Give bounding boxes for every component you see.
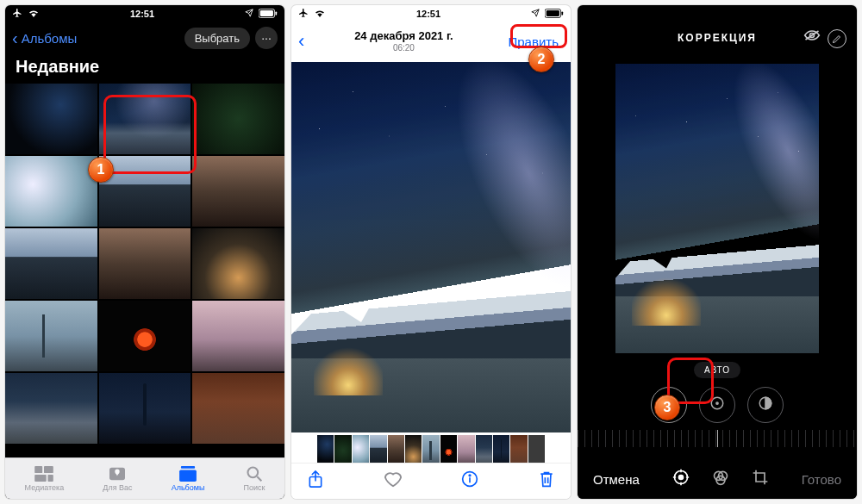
tab-albums[interactable]: Альбомы (172, 466, 205, 492)
photo-edit-screen: ✈︎ . . КОРРЕКЦИЯ АВТО (578, 5, 857, 499)
photo-grid (5, 84, 284, 444)
photo-thumbnail[interactable] (99, 373, 191, 444)
photo-thumbnail[interactable] (5, 373, 97, 444)
photo-date-title: 24 декабря 2021 г. 06:20 (354, 30, 453, 53)
filmstrip-thumb[interactable] (528, 435, 545, 466)
tab-search[interactable]: Поиск (244, 466, 265, 492)
done-button[interactable]: Готово (802, 472, 841, 487)
filmstrip-thumb[interactable] (422, 435, 439, 466)
edit-button[interactable]: Править (503, 31, 565, 53)
svg-rect-13 (547, 10, 559, 16)
wifi-icon (314, 9, 326, 19)
brilliance-icon (758, 395, 773, 415)
adjustment-slider[interactable] (578, 430, 857, 447)
photo-detail-screen: 12:51 ‹ 24 декабря 2021 г. 06:20 Править (291, 5, 571, 499)
filmstrip-thumb[interactable] (370, 435, 386, 466)
airplane-mode-icon (298, 8, 309, 20)
auto-enhance-button[interactable] (651, 387, 687, 423)
filmstrip-thumb[interactable] (405, 435, 422, 466)
filmstrip-thumb[interactable] (353, 435, 369, 466)
mode-crop[interactable] (752, 469, 769, 490)
status-time: 12:51 (130, 9, 154, 19)
photo-thumbnail[interactable] (99, 301, 191, 371)
photo-preview[interactable] (291, 62, 571, 432)
ellipsis-icon: ··· (261, 31, 272, 45)
photo-time: 06:20 (354, 43, 453, 53)
svg-line-11 (257, 476, 261, 481)
photo-thumbnail[interactable] (5, 228, 97, 299)
visibility-toggle[interactable] (803, 29, 821, 45)
adjustment-controls (578, 387, 857, 423)
photo-thumbnail[interactable] (99, 84, 191, 154)
exposure-icon (709, 395, 725, 415)
select-button[interactable]: Выбрать (184, 28, 250, 49)
album-title: Недавние (5, 53, 284, 84)
tab-label: Медиатека (25, 483, 65, 492)
filmstrip-thumb[interactable] (476, 435, 492, 466)
photo-thumbnail[interactable] (192, 228, 284, 299)
filmstrip-thumb[interactable] (493, 435, 509, 466)
filmstrip-thumb[interactable] (440, 435, 457, 466)
location-icon (245, 9, 253, 19)
tab-bar: Медиатека Для Вас Альбомы Поиск (5, 457, 284, 499)
back-label: Альбомы (22, 31, 78, 46)
svg-rect-4 (44, 466, 53, 473)
edit-bottom-bar: Отмена Готово (578, 459, 857, 499)
favorite-button[interactable] (384, 470, 403, 492)
albums-icon (178, 466, 197, 482)
chevron-left-icon: ‹ (12, 28, 18, 48)
filmstrip-thumb[interactable] (334, 435, 351, 466)
photo-thumbnail[interactable] (192, 301, 284, 371)
album-grid-screen: 12:51 ‹ Альбомы Выбрать ··· Недавние (5, 5, 284, 499)
share-button[interactable] (307, 470, 324, 493)
status-bar: 12:51 (291, 5, 571, 22)
brilliance-button[interactable] (747, 387, 784, 423)
mode-filters[interactable] (712, 469, 729, 490)
photo-toolbar (291, 463, 571, 499)
filmstrip-thumb[interactable] (458, 435, 474, 466)
tab-library[interactable]: Медиатека (25, 466, 65, 492)
battery-icon (259, 9, 278, 20)
edit-mode-title: КОРРЕКЦИЯ (678, 32, 757, 44)
photo-thumbnail[interactable] (99, 228, 191, 299)
photo-thumbnail[interactable] (192, 373, 284, 444)
filmstrip-thumb[interactable] (388, 435, 404, 466)
photo-thumbnail[interactable] (5, 301, 97, 371)
status-bar: ✈︎ . . (578, 5, 857, 22)
photo-thumbnail[interactable] (5, 156, 97, 227)
photo-navbar: ‹ 24 декабря 2021 г. 06:20 Править (291, 22, 571, 60)
filmstrip-thumb[interactable] (317, 435, 334, 466)
photo-thumbnail[interactable] (99, 156, 191, 227)
svg-rect-3 (35, 466, 43, 473)
photo-thumbnail[interactable] (5, 84, 97, 154)
tab-label: Поиск (244, 483, 265, 492)
exposure-button[interactable] (699, 387, 735, 423)
svg-rect-9 (179, 470, 197, 482)
tab-for-you[interactable]: Для Вас (103, 466, 132, 492)
magic-wand-icon (660, 395, 678, 416)
tab-label: Для Вас (103, 483, 132, 492)
svg-point-10 (247, 467, 258, 477)
adjustment-name: АВТО (694, 362, 740, 378)
delete-button[interactable] (538, 470, 555, 493)
photo-thumbnail[interactable] (192, 84, 284, 154)
status-bar: 12:51 (5, 5, 284, 22)
mode-adjust[interactable] (672, 469, 690, 490)
photo-thumbnail[interactable] (192, 156, 284, 227)
search-icon (245, 466, 264, 482)
library-icon (34, 466, 53, 482)
airplane-mode-icon (12, 8, 22, 20)
markup-button[interactable] (828, 29, 846, 48)
back-to-albums[interactable]: ‹ Альбомы (12, 28, 77, 48)
wifi-icon (28, 9, 40, 19)
more-button[interactable]: ··· (255, 27, 278, 49)
back-button[interactable]: ‹ (298, 30, 304, 53)
status-time: 12:51 (416, 9, 440, 19)
info-button[interactable] (461, 470, 478, 492)
cancel-button[interactable]: Отмена (593, 472, 640, 487)
album-navbar: ‹ Альбомы Выбрать ··· (5, 22, 284, 53)
svg-rect-6 (48, 474, 53, 481)
filmstrip-thumb[interactable] (510, 435, 527, 466)
chevron-left-icon: ‹ (298, 30, 304, 52)
edit-photo-preview[interactable] (615, 62, 819, 353)
